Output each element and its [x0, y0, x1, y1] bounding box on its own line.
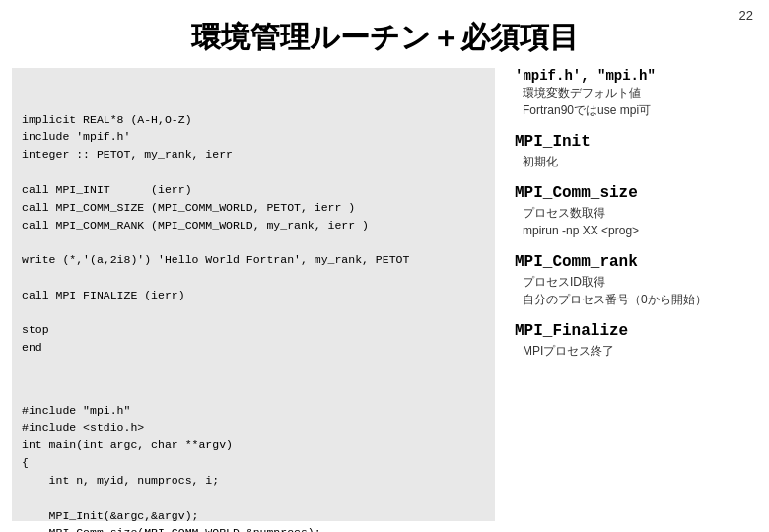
content-area: implicit REAL*8 (A-H,O-Z) include 'mpif.…: [0, 68, 769, 521]
mpi-comm-size-desc: プロセス数取得: [515, 204, 753, 222]
mpi-finalize-desc: MPIプロセス終了: [515, 342, 753, 360]
mpi-finalize-item: MPI_Finalize MPIプロセス終了: [515, 322, 753, 360]
c-code: #include "mpi.h" #include <stdio.h> int …: [22, 402, 485, 532]
right-panel: 'mpif.h', "mpi.h" 環境変数デフォルト値 Fortran90では…: [511, 68, 757, 521]
header-desc2: Fortran90ではuse mpi可: [515, 101, 753, 119]
mpi-comm-rank-desc: プロセスID取得: [515, 273, 753, 291]
header-desc1: 環境変数デフォルト値: [515, 84, 753, 101]
mpi-init-desc: 初期化: [515, 153, 753, 170]
slide-title: 環境管理ルーチン＋必須項目: [0, 0, 769, 68]
mpi-comm-rank-title: MPI_Comm_rank: [515, 253, 753, 271]
mpi-comm-size-subdesc: mpirun -np XX <prog>: [515, 222, 753, 239]
mpi-comm-rank-item: MPI_Comm_rank プロセスID取得 自分のプロセス番号（0から開始）: [515, 253, 753, 308]
mpi-finalize-title: MPI_Finalize: [515, 322, 753, 340]
page-number: 22: [739, 8, 753, 23]
header-title: 'mpif.h', "mpi.h": [515, 68, 753, 84]
header-item: 'mpif.h', "mpi.h" 環境変数デフォルト値 Fortran90では…: [515, 68, 753, 119]
mpi-init-item: MPI_Init 初期化: [515, 133, 753, 170]
mpi-comm-rank-subdesc: 自分のプロセス番号（0から開始）: [515, 291, 753, 308]
mpi-comm-size-item: MPI_Comm_size プロセス数取得 mpirun -np XX <pro…: [515, 184, 753, 239]
mpi-comm-size-title: MPI_Comm_size: [515, 184, 753, 202]
mpi-init-title: MPI_Init: [515, 133, 753, 151]
fortran-code: implicit REAL*8 (A-H,O-Z) include 'mpif.…: [22, 111, 485, 357]
code-panel: implicit REAL*8 (A-H,O-Z) include 'mpif.…: [12, 68, 495, 521]
